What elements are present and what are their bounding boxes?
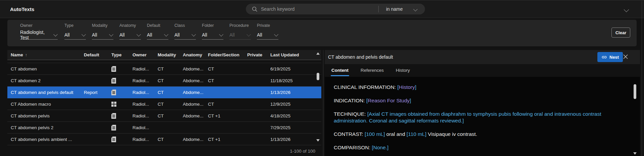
content-scrollbar (633, 79, 637, 156)
cell-name: CT abdomen (11, 63, 37, 74)
filter-select-modality[interactable]: All (92, 30, 113, 40)
report-type-icon (111, 78, 116, 84)
scroll-down-arrow[interactable] (316, 139, 320, 142)
chevron-down-icon (82, 32, 86, 37)
content-segment-plain: INDICATION: (334, 98, 366, 103)
cell-last-updated: 6/19/2025 (270, 63, 290, 74)
search-scope-dropdown[interactable]: in name (379, 6, 425, 12)
search-icon (252, 6, 258, 12)
tab-content[interactable]: Content (331, 64, 348, 77)
cell-anatomy: Abdome... (183, 87, 204, 98)
content-segment-field: ] (415, 84, 416, 90)
filter-value: All (92, 32, 97, 38)
filter-select-default[interactable]: All (147, 30, 168, 40)
table-row[interactable]: CT abdomen 2Radiol...CTAbdome...CT11/18/… (7, 75, 321, 87)
table-row-partial (7, 60, 321, 63)
window-right-edge (642, 1, 642, 156)
filter-label: Class (174, 23, 196, 28)
chevron-down-icon (274, 32, 278, 37)
detail-panel-header: CT abdomen and pelvis default Nest (325, 50, 640, 64)
filter-value: All (229, 32, 235, 38)
cell-last-updated: 1/13/2026 (270, 87, 290, 98)
clear-filters-button[interactable]: Clear (611, 28, 630, 38)
content-paragraph: INDICATION: [Reason For Study] (334, 97, 627, 104)
filter-select-class[interactable]: All (174, 30, 196, 40)
detail-tabs: ContentReferencesHistory (325, 64, 640, 77)
table-row[interactable]: CT abdomen pelvis 2Radiol...7/29/2025 (7, 122, 321, 134)
filter-select-anatomy[interactable]: All (119, 30, 141, 40)
cell-modality: CT (158, 87, 164, 98)
table-row[interactable]: CT abdomen pelvisRadiol...CTAbdome...CT … (7, 110, 321, 122)
table-header-row: Name↑DefaultTypeOwnerModalityAnatomyFold… (7, 50, 321, 60)
column-header-anatomy[interactable]: Anatomy (183, 50, 202, 60)
chevron-down-icon (164, 32, 168, 37)
nest-button[interactable]: Nest (597, 52, 623, 62)
cell-anatomy: Abdome... (183, 110, 204, 121)
column-header-private[interactable]: Private (247, 50, 262, 60)
filter-select-private[interactable]: All (257, 30, 278, 40)
cell-owner: Radiol... (132, 122, 149, 133)
table-row[interactable]: CT abdomen pelvis ambient ...Radiol...CT… (7, 134, 321, 145)
filter-select-owner[interactable]: Radiologist, Test (20, 30, 58, 40)
report-type-icon (111, 113, 116, 119)
content-segment-field: ] (410, 98, 411, 103)
cell-owner: Radiol... (132, 134, 149, 145)
autotext-content: CLINICAL INFORMATION: [History]INDICATIO… (325, 77, 630, 156)
cell-name: CT abdomen pelvis 2 (11, 122, 53, 133)
tab-references[interactable]: References (361, 64, 384, 77)
filter-select-folder[interactable]: All (202, 30, 223, 40)
search-field-wrap (246, 6, 378, 12)
content-paragraph: CLINICAL INFORMATION: [History] (334, 84, 627, 91)
cell-owner: Radiol... (132, 110, 149, 121)
filter-value: All (174, 32, 180, 38)
scrollbar-thumb[interactable] (634, 84, 636, 99)
content-segment-plain: CONTRAST: (334, 131, 365, 137)
filter-bar: OwnerRadiologist, TestTypeAllModalityAll… (7, 20, 637, 46)
report-type-icon (111, 137, 116, 142)
column-header-name[interactable]: Name↑ (11, 50, 27, 60)
cell-name: CT abdomen pelvis (11, 110, 50, 121)
content-paragraph: CONTRAST: [100 mL] oral and [110 mL] Vis… (334, 131, 627, 138)
column-header-default[interactable]: Default (84, 50, 99, 60)
filter-select-type[interactable]: All (64, 30, 86, 40)
column-header-modality[interactable]: Modality (158, 50, 176, 60)
cell-anatomy: Abdome... (183, 98, 204, 110)
scrollbar-thumb[interactable] (317, 73, 319, 80)
cell-default: Report (84, 87, 98, 98)
filter-label: Default (147, 23, 168, 28)
cell-name: CT abdomen pelvis ambient ... (11, 134, 72, 145)
chevron-down-icon (247, 32, 251, 37)
filter-label: Anatomy (119, 23, 141, 28)
page-title: AutoTexts (10, 6, 34, 12)
collapse-chevron-button[interactable] (625, 7, 632, 12)
cell-modality: CT (158, 75, 164, 86)
filter-label: Type (64, 23, 86, 28)
link-icon (601, 54, 607, 60)
tab-history[interactable]: History (396, 64, 410, 77)
chevron-down-icon (624, 7, 629, 12)
report-type-icon (111, 90, 116, 95)
table-row[interactable]: CT Abdomen macroRadiol...CTAbdome...CT12… (7, 98, 321, 110)
cell-name: CT abdomen 2 (11, 75, 41, 86)
filter-modality: ModalityAll (92, 23, 113, 40)
cell-modality: CT (158, 134, 164, 145)
scroll-down-arrow[interactable] (633, 152, 637, 155)
cell-type (111, 98, 116, 110)
app-window: AutoTexts in name OwnerRadiologist, Test… (0, 0, 644, 156)
table-row-selected[interactable]: CT abdomen and pelvis defaultReportRadio… (7, 87, 321, 98)
cell-type (111, 134, 116, 145)
column-header-folder-section[interactable]: Folder/Section (208, 50, 239, 60)
top-bar: AutoTexts in name (0, 1, 644, 18)
filter-value: All (64, 32, 70, 38)
column-header-owner[interactable]: Owner (132, 50, 147, 60)
content-segment-merge: History (399, 84, 415, 90)
table-row[interactable]: CT abdomenRadiol...CTAbdome...CT6/19/202… (7, 63, 321, 75)
chevron-down-icon (109, 32, 113, 37)
scroll-up-arrow[interactable] (316, 52, 320, 55)
column-header-last-updated[interactable]: Last Updated (270, 50, 299, 60)
search-input[interactable] (258, 6, 378, 12)
column-header-type[interactable]: Type (111, 50, 122, 60)
close-panel-button[interactable] (623, 54, 629, 60)
cell-name: CT abdomen and pelvis default (11, 87, 73, 98)
cell-folder-section: CT (208, 98, 214, 110)
